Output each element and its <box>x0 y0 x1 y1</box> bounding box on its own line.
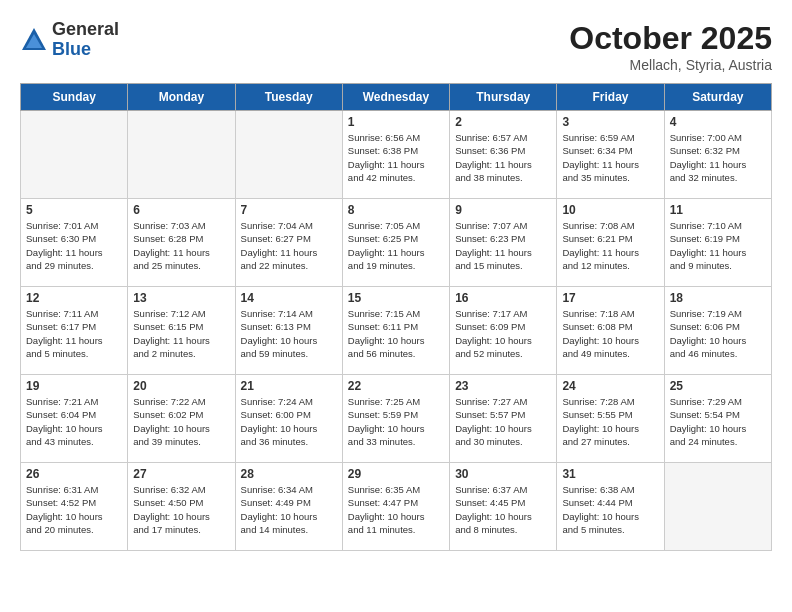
day-header-saturday: Saturday <box>664 84 771 111</box>
day-number: 24 <box>562 379 658 393</box>
day-number: 4 <box>670 115 766 129</box>
calendar-cell: 23Sunrise: 7:27 AM Sunset: 5:57 PM Dayli… <box>450 375 557 463</box>
day-number: 9 <box>455 203 551 217</box>
calendar-cell: 21Sunrise: 7:24 AM Sunset: 6:00 PM Dayli… <box>235 375 342 463</box>
day-number: 17 <box>562 291 658 305</box>
calendar-cell: 25Sunrise: 7:29 AM Sunset: 5:54 PM Dayli… <box>664 375 771 463</box>
logo-general: General <box>52 19 119 39</box>
calendar-cell: 1Sunrise: 6:56 AM Sunset: 6:38 PM Daylig… <box>342 111 449 199</box>
day-info: Sunrise: 7:25 AM Sunset: 5:59 PM Dayligh… <box>348 395 444 448</box>
day-info: Sunrise: 6:35 AM Sunset: 4:47 PM Dayligh… <box>348 483 444 536</box>
calendar-cell: 11Sunrise: 7:10 AM Sunset: 6:19 PM Dayli… <box>664 199 771 287</box>
calendar-cell: 22Sunrise: 7:25 AM Sunset: 5:59 PM Dayli… <box>342 375 449 463</box>
calendar-cell: 15Sunrise: 7:15 AM Sunset: 6:11 PM Dayli… <box>342 287 449 375</box>
month-title: October 2025 <box>569 20 772 57</box>
week-row-2: 5Sunrise: 7:01 AM Sunset: 6:30 PM Daylig… <box>21 199 772 287</box>
calendar-cell <box>235 111 342 199</box>
day-number: 13 <box>133 291 229 305</box>
day-header-sunday: Sunday <box>21 84 128 111</box>
week-row-5: 26Sunrise: 6:31 AM Sunset: 4:52 PM Dayli… <box>21 463 772 551</box>
day-number: 28 <box>241 467 337 481</box>
calendar-cell: 31Sunrise: 6:38 AM Sunset: 4:44 PM Dayli… <box>557 463 664 551</box>
calendar-cell: 2Sunrise: 6:57 AM Sunset: 6:36 PM Daylig… <box>450 111 557 199</box>
day-number: 8 <box>348 203 444 217</box>
day-number: 11 <box>670 203 766 217</box>
calendar-cell: 6Sunrise: 7:03 AM Sunset: 6:28 PM Daylig… <box>128 199 235 287</box>
day-number: 18 <box>670 291 766 305</box>
calendar-cell <box>21 111 128 199</box>
day-info: Sunrise: 7:12 AM Sunset: 6:15 PM Dayligh… <box>133 307 229 360</box>
day-header-wednesday: Wednesday <box>342 84 449 111</box>
calendar-header: SundayMondayTuesdayWednesdayThursdayFrid… <box>21 84 772 111</box>
calendar-cell <box>664 463 771 551</box>
title-block: October 2025 Mellach, Styria, Austria <box>569 20 772 73</box>
day-number: 15 <box>348 291 444 305</box>
page-header: General Blue October 2025 Mellach, Styri… <box>20 20 772 73</box>
day-info: Sunrise: 7:04 AM Sunset: 6:27 PM Dayligh… <box>241 219 337 272</box>
calendar-cell: 19Sunrise: 7:21 AM Sunset: 6:04 PM Dayli… <box>21 375 128 463</box>
day-number: 26 <box>26 467 122 481</box>
day-number: 30 <box>455 467 551 481</box>
day-info: Sunrise: 6:34 AM Sunset: 4:49 PM Dayligh… <box>241 483 337 536</box>
day-info: Sunrise: 7:05 AM Sunset: 6:25 PM Dayligh… <box>348 219 444 272</box>
day-number: 10 <box>562 203 658 217</box>
day-header-friday: Friday <box>557 84 664 111</box>
day-number: 31 <box>562 467 658 481</box>
day-number: 5 <box>26 203 122 217</box>
day-info: Sunrise: 6:31 AM Sunset: 4:52 PM Dayligh… <box>26 483 122 536</box>
day-header-thursday: Thursday <box>450 84 557 111</box>
day-number: 25 <box>670 379 766 393</box>
day-info: Sunrise: 7:14 AM Sunset: 6:13 PM Dayligh… <box>241 307 337 360</box>
day-info: Sunrise: 6:38 AM Sunset: 4:44 PM Dayligh… <box>562 483 658 536</box>
calendar-body: 1Sunrise: 6:56 AM Sunset: 6:38 PM Daylig… <box>21 111 772 551</box>
day-number: 14 <box>241 291 337 305</box>
location-subtitle: Mellach, Styria, Austria <box>569 57 772 73</box>
calendar-cell: 20Sunrise: 7:22 AM Sunset: 6:02 PM Dayli… <box>128 375 235 463</box>
calendar-cell: 14Sunrise: 7:14 AM Sunset: 6:13 PM Dayli… <box>235 287 342 375</box>
day-info: Sunrise: 7:19 AM Sunset: 6:06 PM Dayligh… <box>670 307 766 360</box>
day-number: 22 <box>348 379 444 393</box>
day-info: Sunrise: 6:57 AM Sunset: 6:36 PM Dayligh… <box>455 131 551 184</box>
day-number: 19 <box>26 379 122 393</box>
day-info: Sunrise: 7:21 AM Sunset: 6:04 PM Dayligh… <box>26 395 122 448</box>
day-info: Sunrise: 7:27 AM Sunset: 5:57 PM Dayligh… <box>455 395 551 448</box>
day-info: Sunrise: 7:22 AM Sunset: 6:02 PM Dayligh… <box>133 395 229 448</box>
day-info: Sunrise: 7:00 AM Sunset: 6:32 PM Dayligh… <box>670 131 766 184</box>
calendar-cell: 16Sunrise: 7:17 AM Sunset: 6:09 PM Dayli… <box>450 287 557 375</box>
day-number: 7 <box>241 203 337 217</box>
day-info: Sunrise: 6:59 AM Sunset: 6:34 PM Dayligh… <box>562 131 658 184</box>
day-info: Sunrise: 7:28 AM Sunset: 5:55 PM Dayligh… <box>562 395 658 448</box>
day-info: Sunrise: 7:15 AM Sunset: 6:11 PM Dayligh… <box>348 307 444 360</box>
day-number: 1 <box>348 115 444 129</box>
logo-text: General Blue <box>52 20 119 60</box>
day-info: Sunrise: 6:32 AM Sunset: 4:50 PM Dayligh… <box>133 483 229 536</box>
day-header-tuesday: Tuesday <box>235 84 342 111</box>
day-number: 21 <box>241 379 337 393</box>
day-number: 12 <box>26 291 122 305</box>
day-header-monday: Monday <box>128 84 235 111</box>
days-of-week-row: SundayMondayTuesdayWednesdayThursdayFrid… <box>21 84 772 111</box>
calendar-cell: 28Sunrise: 6:34 AM Sunset: 4:49 PM Dayli… <box>235 463 342 551</box>
day-info: Sunrise: 7:10 AM Sunset: 6:19 PM Dayligh… <box>670 219 766 272</box>
day-info: Sunrise: 7:01 AM Sunset: 6:30 PM Dayligh… <box>26 219 122 272</box>
day-info: Sunrise: 6:56 AM Sunset: 6:38 PM Dayligh… <box>348 131 444 184</box>
day-number: 6 <box>133 203 229 217</box>
day-info: Sunrise: 7:29 AM Sunset: 5:54 PM Dayligh… <box>670 395 766 448</box>
day-info: Sunrise: 7:17 AM Sunset: 6:09 PM Dayligh… <box>455 307 551 360</box>
calendar-cell: 8Sunrise: 7:05 AM Sunset: 6:25 PM Daylig… <box>342 199 449 287</box>
week-row-3: 12Sunrise: 7:11 AM Sunset: 6:17 PM Dayli… <box>21 287 772 375</box>
calendar-cell: 17Sunrise: 7:18 AM Sunset: 6:08 PM Dayli… <box>557 287 664 375</box>
day-info: Sunrise: 7:11 AM Sunset: 6:17 PM Dayligh… <box>26 307 122 360</box>
calendar-cell: 9Sunrise: 7:07 AM Sunset: 6:23 PM Daylig… <box>450 199 557 287</box>
calendar-cell: 24Sunrise: 7:28 AM Sunset: 5:55 PM Dayli… <box>557 375 664 463</box>
calendar-cell: 13Sunrise: 7:12 AM Sunset: 6:15 PM Dayli… <box>128 287 235 375</box>
calendar-cell: 29Sunrise: 6:35 AM Sunset: 4:47 PM Dayli… <box>342 463 449 551</box>
day-info: Sunrise: 7:18 AM Sunset: 6:08 PM Dayligh… <box>562 307 658 360</box>
week-row-1: 1Sunrise: 6:56 AM Sunset: 6:38 PM Daylig… <box>21 111 772 199</box>
calendar-cell: 27Sunrise: 6:32 AM Sunset: 4:50 PM Dayli… <box>128 463 235 551</box>
calendar-cell: 26Sunrise: 6:31 AM Sunset: 4:52 PM Dayli… <box>21 463 128 551</box>
calendar-cell: 30Sunrise: 6:37 AM Sunset: 4:45 PM Dayli… <box>450 463 557 551</box>
calendar-cell: 7Sunrise: 7:04 AM Sunset: 6:27 PM Daylig… <box>235 199 342 287</box>
calendar-cell: 4Sunrise: 7:00 AM Sunset: 6:32 PM Daylig… <box>664 111 771 199</box>
calendar-cell <box>128 111 235 199</box>
